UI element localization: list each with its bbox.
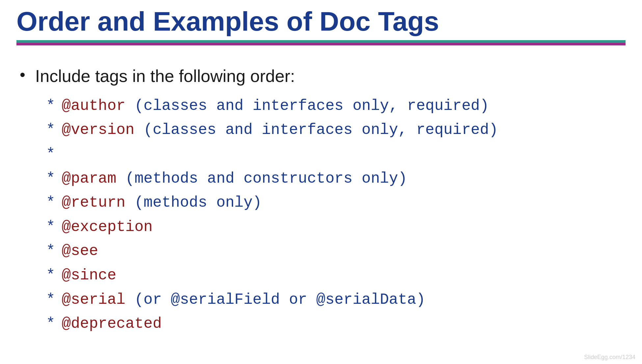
tag-exception: @exception	[62, 215, 153, 240]
star-8: *	[46, 264, 55, 288]
star-1: *	[46, 94, 55, 118]
bullet-symbol: •	[20, 65, 25, 84]
code-line-since: * @since	[46, 264, 622, 288]
desc-param: (methods and constructors only)	[116, 167, 407, 191]
star-3: *	[46, 143, 55, 167]
desc-return: (methods only)	[125, 191, 262, 215]
desc-author: (classes and interfaces only, required)	[125, 94, 489, 118]
teal-line	[16, 40, 626, 43]
code-line-serial: * @serial (or @serialField or @serialDat…	[46, 288, 622, 312]
code-line-author: * @author (classes and interfaces only, …	[46, 94, 622, 118]
tag-see: @see	[62, 239, 98, 264]
code-line-version: * @version (classes and interfaces only,…	[46, 118, 622, 143]
code-line-see: * @see	[46, 239, 622, 264]
code-block: * @author (classes and interfaces only, …	[46, 94, 622, 336]
watermark-text: SlideEgg.com/1234	[584, 354, 635, 360]
tag-version: @version	[62, 118, 135, 143]
tag-author: @author	[62, 94, 125, 118]
star-5: *	[46, 191, 55, 215]
star-2: *	[46, 118, 55, 143]
star-10: *	[46, 312, 55, 336]
star-4: *	[46, 167, 55, 191]
code-line-param: * @param (methods and constructors only)	[46, 167, 622, 191]
footer-watermark: SlideEgg.com/1234	[584, 354, 635, 361]
tag-serial: @serial	[62, 288, 125, 312]
tag-return: @return	[62, 191, 125, 215]
bullet-item: • Include tags in the following order:	[20, 65, 622, 88]
desc-serial: (or @serialField or @serialData)	[125, 288, 425, 312]
desc-version: (classes and interfaces only, required)	[134, 118, 498, 143]
star-9: *	[46, 288, 55, 312]
star-6: *	[46, 215, 55, 240]
tag-deprecated: @deprecated	[62, 312, 162, 336]
purple-line	[16, 43, 626, 45]
code-line-deprecated: * @deprecated	[46, 312, 622, 336]
code-line-exception: * @exception	[46, 215, 622, 240]
slide-container: Order and Examples of Doc Tags • Include…	[0, 0, 642, 364]
header-section: Order and Examples of Doc Tags	[0, 0, 642, 49]
code-line-empty: *	[46, 143, 622, 167]
content-section: • Include tags in the following order: *…	[0, 49, 642, 343]
header-lines	[16, 40, 626, 45]
slide-title: Order and Examples of Doc Tags	[16, 7, 626, 39]
tag-since: @since	[62, 264, 117, 288]
tag-param: @param	[62, 167, 117, 191]
code-line-return: * @return (methods only)	[46, 191, 622, 215]
star-7: *	[46, 239, 55, 264]
bullet-text: Include tags in the following order:	[35, 65, 295, 88]
